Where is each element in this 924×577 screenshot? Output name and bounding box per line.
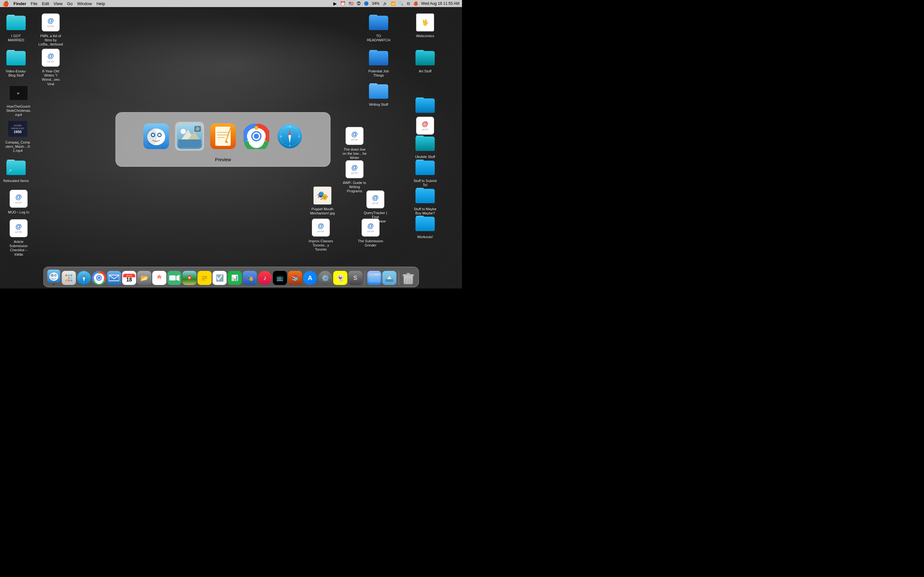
svg-point-74 [369, 274, 370, 275]
dock-item-facetime[interactable] [168, 271, 182, 285]
dock-item-maps[interactable] [183, 271, 197, 285]
svg-point-14 [196, 127, 200, 131]
svg-text:W: W [280, 135, 282, 137]
desktop-icon-muo-login[interactable]: @ HTTP MUO ‹ Log In [6, 189, 31, 214]
dock-item-books[interactable]: 📚 [288, 271, 302, 285]
desktop-icon-video-essay[interactable]: Video-Essay-Blog Stuff [3, 47, 29, 77]
play-icon: ▶ [333, 1, 337, 6]
desktop-icon-writing-stuff[interactable]: Writing Stuff [366, 81, 391, 107]
volume-icon[interactable]: 🔊 [383, 1, 388, 6]
dock-item-notes[interactable] [198, 271, 212, 285]
desktop-icon-article-checklist[interactable]: @ HTTP Article Submission Checklist – XW… [6, 218, 31, 257]
edit-menu[interactable]: Edit [42, 1, 49, 6]
dock-item-reminders[interactable]: ☑️ [213, 271, 227, 285]
dock-item-files[interactable]: 📂 [137, 271, 152, 285]
svg-point-26 [254, 126, 258, 130]
svg-point-46 [65, 277, 67, 279]
dock: N S [43, 267, 419, 287]
desktop-icon-i-got-married[interactable]: I GOT MARRIED [3, 12, 29, 42]
icon-label: Improv Classes Toronto...y Toronto [308, 239, 334, 252]
help-menu[interactable]: Help [97, 1, 105, 6]
http-icon-img: @ HTTP [40, 47, 61, 68]
icon-label: HowTheGoochStoleChristmas.mp4 [6, 105, 31, 117]
svg-rect-66 [170, 276, 176, 280]
window-menu[interactable]: Window [77, 1, 92, 6]
svg-rect-82 [407, 273, 410, 275]
dock-item-photos[interactable] [152, 271, 166, 285]
dock-item-keynote[interactable]: 🎭 [243, 271, 257, 285]
switcher-item-pages[interactable] [208, 122, 237, 151]
dock-item-snapchat[interactable]: 👻 [333, 271, 347, 285]
svg-marker-67 [176, 275, 180, 281]
desktop-icon-to-read-watch[interactable]: TO READ/WATCH [366, 12, 391, 42]
time-machine-icon[interactable]: ⏰ [340, 1, 346, 6]
desktop-icon-submission-grinder[interactable]: @ HTTP The Submission Grinder [355, 218, 387, 247]
desktop-icon-workouts[interactable]: Workouts! [411, 213, 439, 239]
dock-item-launchpad[interactable] [62, 271, 76, 285]
dock-item-appstore[interactable]: A [303, 271, 317, 285]
notification-icon[interactable]: 🍎 [413, 1, 418, 6]
desktop-icon-webcomics[interactable]: 🖖 Webcomics [411, 12, 439, 38]
dock-item-calendar[interactable]: AUG 18 [122, 271, 136, 285]
icon-label: Relocated Items [3, 179, 29, 183]
desktop-icon-gooch[interactable]: ▶ HowTheGoochStoleChristmas.mp4 [6, 83, 31, 117]
wifi-icon[interactable]: 📶 [391, 1, 396, 6]
svg-point-61 [98, 277, 100, 279]
apple-menu[interactable]: 🍎 [3, 1, 9, 7]
desktop-icon-potential-job[interactable]: Potential Job Things [366, 47, 391, 77]
desktop-icon-improv[interactable]: @ HTTP Improv Classes Toronto...y Toront… [305, 218, 337, 252]
dock-item-finder[interactable] [47, 269, 61, 285]
desktop-icon-relocated[interactable]: ↗ Relocated Items [3, 157, 29, 183]
menubar-left: 🍎 Finder File Edit View Go Window Help [3, 1, 105, 7]
svg-point-49 [65, 279, 67, 282]
app-name-menu[interactable]: Finder [13, 1, 26, 6]
desktop-icon-stuff-buy[interactable]: Stuff to Maybe Buy Maybe? [411, 185, 439, 215]
desktop-icon-puppet-mouth[interactable]: 🎭 Puppet Mouth Mechanism!.jpg [308, 185, 337, 215]
dock-dot [53, 284, 55, 285]
dock-item-safari[interactable]: N S [77, 271, 91, 285]
icon-label: TO READ/WATCH [366, 34, 391, 42]
dock-item-numbers[interactable]: 📊 [228, 271, 242, 285]
dock-item-system-prefs[interactable]: ⚙️ [318, 271, 333, 285]
folder-icon-img [6, 12, 26, 33]
dock-item-trash[interactable] [401, 271, 415, 285]
desktop-icon-stuff-submit[interactable]: Stuff to Submit To! [411, 157, 439, 187]
icon-label: Compaq_Computers_Mash...-01.mp4 [5, 140, 31, 153]
switcher-item-safari[interactable]: N S W E [275, 122, 304, 151]
desktop-icon-down-low[interactable]: @ HTTP The down low on the low-...he Wri… [338, 126, 371, 160]
go-menu[interactable]: Go [67, 1, 73, 6]
dock-item-mail[interactable] [107, 271, 121, 285]
desktop-icon-art-stuff[interactable]: Art Stuff [411, 47, 439, 73]
icon-label: The down low on the low-...he Writer [342, 147, 367, 160]
switcher-item-preview[interactable] [175, 122, 204, 151]
desktop-icon-compaq[interactable]: HOME MIRACLES1950 Compaq_Computers_Mash.… [3, 119, 32, 153]
view-menu[interactable]: View [53, 1, 63, 6]
dock-item-preview-stack[interactable] [383, 271, 397, 285]
dock-item-finder-window[interactable] [367, 271, 381, 285]
svg-rect-79 [386, 279, 393, 282]
http-icon-img: @ HTTP [344, 126, 365, 146]
desktop-icon-awp-guide[interactable]: @ HTTP AWP- Guide to Writing Programs [338, 159, 371, 193]
search-icon[interactable]: 🔍 [399, 1, 404, 6]
file-menu[interactable]: File [31, 1, 37, 6]
dock-item-music[interactable]: ♪ [258, 271, 272, 285]
icon-label: 8-Year-Old Writes "I Wond...oes Viral [38, 69, 63, 86]
dock-item-chrome[interactable] [92, 271, 106, 285]
svg-text:S: S [83, 282, 84, 284]
svg-point-40 [55, 275, 56, 276]
dock-item-appletv[interactable]: 📺 [273, 271, 287, 285]
switcher-item-chrome[interactable] [242, 122, 271, 151]
desktop-icon-ukulele[interactable]: Ukulele Stuff [411, 133, 439, 159]
svg-text:N: N [289, 126, 291, 128]
control-center-icon[interactable]: ⊟ [407, 1, 410, 6]
icon-label: Article Submission Checklist – XWiki [6, 240, 31, 257]
svg-point-65 [159, 277, 160, 278]
switcher-item-finder[interactable] [142, 122, 171, 151]
dock-item-scrivener[interactable]: S [349, 271, 363, 285]
desktop-icon-fmn-films[interactable]: @ HTTP FMN, a list of films by LizBa...t… [38, 12, 63, 47]
folder-icon-img [415, 213, 435, 234]
bluetooth-icon[interactable]: 🔵 [364, 1, 368, 6]
desktop-icon-8year[interactable]: @ HTTP 8-Year-Old Writes "I Wond...oes V… [38, 47, 63, 86]
accessibility-icon[interactable]: ⓵ [357, 1, 360, 6]
svg-text:N: N [83, 272, 84, 274]
